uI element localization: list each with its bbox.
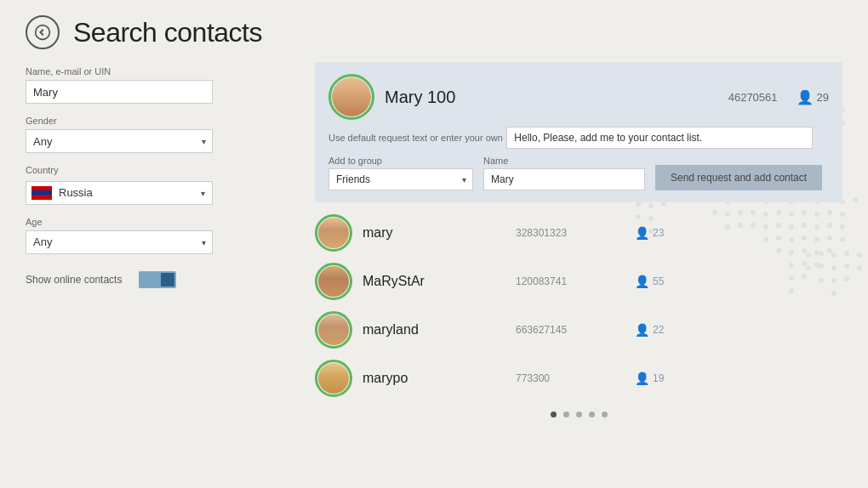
contact-age: 👤 22 bbox=[635, 323, 664, 337]
contact-status-ring bbox=[315, 214, 352, 252]
contact-name: maryland bbox=[363, 322, 499, 338]
contact-person-icon: 👤 bbox=[635, 275, 649, 288]
online-toggle-row: Show online contacts bbox=[26, 271, 289, 288]
gender-select-wrapper: Any Male Female ▾ bbox=[26, 129, 213, 153]
send-request-button[interactable]: Send request and add contact bbox=[655, 165, 822, 190]
selected-avatar bbox=[332, 77, 371, 116]
contact-uin: 120083741 bbox=[516, 275, 618, 287]
header: Search contacts bbox=[0, 0, 868, 58]
gender-select[interactable]: Any Male Female bbox=[26, 129, 213, 153]
name-label: Name, e-mail or UIN bbox=[26, 66, 289, 77]
contact-row[interactable]: MaRyStAr 120083741 👤 55 bbox=[315, 258, 842, 306]
selected-contact-age: 29 bbox=[817, 91, 829, 104]
contact-person-icon: 👤 bbox=[635, 372, 649, 385]
contact-avatar bbox=[318, 363, 349, 394]
contact-age-value: 19 bbox=[653, 372, 664, 384]
age-select[interactable]: Any 18-25 26-35 36-45 46+ bbox=[26, 230, 213, 254]
selected-contact-name: Mary 100 bbox=[385, 88, 718, 107]
selected-card-header: Mary 100 46270561 👤 29 bbox=[328, 74, 829, 120]
pagination-dot-3[interactable] bbox=[576, 411, 582, 417]
contact-info: maryland 663627145 👤 22 bbox=[363, 322, 842, 338]
filter-gender-group: Gender Any Male Female ▾ bbox=[26, 116, 289, 153]
request-hint: Use default request text or enter your o… bbox=[328, 133, 503, 143]
contact-age: 👤 19 bbox=[635, 372, 664, 385]
online-toggle[interactable] bbox=[139, 271, 176, 288]
pagination-dot-2[interactable] bbox=[563, 411, 569, 417]
request-hint-row: Use default request text or enter your o… bbox=[328, 127, 829, 149]
age-label: Age bbox=[26, 217, 289, 227]
contact-avatar bbox=[318, 315, 349, 345]
age-select-wrapper: Any 18-25 26-35 36-45 46+ ▾ bbox=[26, 230, 213, 254]
contact-uin: 663627145 bbox=[516, 324, 618, 336]
name-input[interactable] bbox=[26, 80, 213, 104]
pagination-dot-1[interactable] bbox=[551, 411, 557, 417]
page-title: Search contacts bbox=[73, 17, 262, 48]
group-col: Add to group Friends Family Colleagues O… bbox=[328, 156, 473, 190]
results-panel: Mary 100 46270561 👤 29 Use default reque… bbox=[315, 58, 842, 478]
contact-info: mary 328301323 👤 23 bbox=[363, 225, 842, 241]
pagination-dot-4[interactable] bbox=[589, 411, 595, 417]
card-bottom-row: Add to group Friends Family Colleagues O… bbox=[328, 156, 829, 190]
back-button[interactable] bbox=[26, 15, 60, 49]
selected-contact-uin: 46270561 bbox=[728, 91, 778, 104]
country-select-wrapper: Russia United States Germany ▾ bbox=[26, 181, 213, 205]
contact-avatar bbox=[318, 266, 349, 297]
pagination bbox=[315, 403, 842, 426]
name-col: Name bbox=[483, 156, 645, 190]
selected-status-ring bbox=[328, 74, 374, 120]
russia-flag bbox=[31, 186, 52, 200]
contact-age-value: 22 bbox=[653, 324, 664, 336]
add-to-group-label: Add to group bbox=[328, 156, 473, 166]
contact-status-ring bbox=[315, 263, 352, 300]
selected-avatar-container bbox=[332, 77, 371, 116]
contact-row[interactable]: maryland 663627145 👤 22 bbox=[315, 306, 842, 355]
contact-person-icon: 👤 bbox=[635, 323, 649, 337]
contact-info: MaRyStAr 120083741 👤 55 bbox=[363, 274, 842, 289]
country-label: Country bbox=[26, 165, 289, 175]
contact-avatar bbox=[318, 218, 349, 248]
contact-row[interactable]: marypo 773300 👤 19 bbox=[315, 355, 842, 403]
filter-country-group: Country Russia United States Germany ▾ bbox=[26, 165, 289, 205]
person-icon: 👤 bbox=[797, 89, 814, 105]
contact-name-input[interactable] bbox=[483, 168, 645, 190]
toggle-label: Show online contacts bbox=[26, 274, 122, 286]
contact-name: marypo bbox=[363, 371, 499, 386]
contact-info: marypo 773300 👤 19 bbox=[363, 371, 842, 386]
filters-panel: Name, e-mail or UIN Gender Any Male Fema… bbox=[26, 58, 289, 478]
country-select[interactable]: Russia United States Germany bbox=[52, 182, 212, 204]
filter-age-group: Age Any 18-25 26-35 36-45 46+ ▾ bbox=[26, 217, 289, 254]
selected-contact-card: Mary 100 46270561 👤 29 Use default reque… bbox=[315, 62, 842, 202]
svg-point-180 bbox=[36, 26, 50, 40]
contact-uin: 773300 bbox=[516, 372, 618, 384]
contact-status-ring bbox=[315, 311, 352, 349]
selected-contact-age-row: 👤 29 bbox=[797, 89, 829, 105]
group-select[interactable]: Friends Family Colleagues Other bbox=[328, 168, 473, 190]
name-field-label: Name bbox=[483, 156, 645, 166]
contact-row[interactable]: mary 328301323 👤 23 bbox=[315, 209, 842, 258]
toggle-knob bbox=[161, 273, 174, 287]
contact-status-ring bbox=[315, 360, 352, 397]
contact-person-icon: 👤 bbox=[635, 226, 649, 240]
request-text-input[interactable] bbox=[506, 127, 813, 149]
contact-age: 👤 23 bbox=[635, 226, 664, 240]
contact-list: mary 328301323 👤 23 MaRyStAr 120083741 👤… bbox=[315, 209, 842, 403]
gender-label: Gender bbox=[26, 116, 289, 126]
contact-age-value: 23 bbox=[653, 227, 664, 239]
contact-name: mary bbox=[363, 225, 499, 241]
filter-name-group: Name, e-mail or UIN bbox=[26, 66, 289, 104]
contact-age-value: 55 bbox=[653, 275, 664, 287]
contact-name: MaRyStAr bbox=[363, 274, 499, 289]
contact-age: 👤 55 bbox=[635, 275, 664, 288]
pagination-dot-5[interactable] bbox=[602, 411, 608, 417]
contact-uin: 328301323 bbox=[516, 227, 618, 239]
group-select-wrapper: Friends Family Colleagues Other ▾ bbox=[328, 168, 473, 190]
